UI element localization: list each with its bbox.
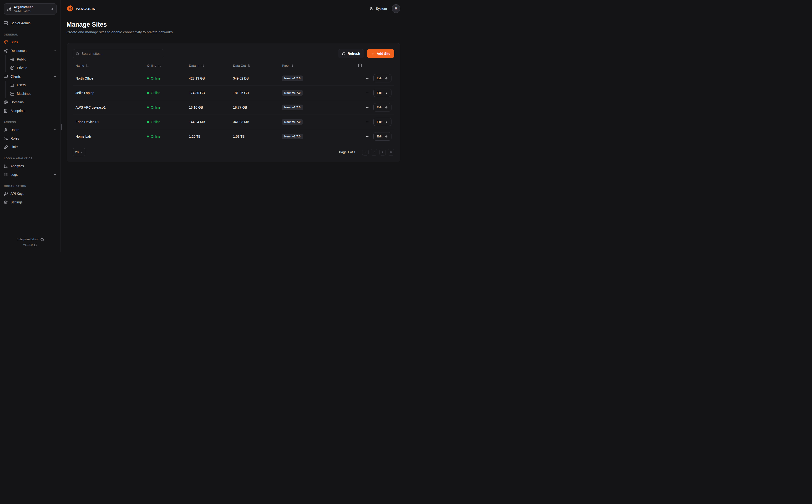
sidebar-item-resources[interactable]: Resources <box>4 46 57 55</box>
sidebar-item-domains[interactable]: Domains <box>4 98 57 106</box>
sidebar-item-label: Private <box>17 66 27 70</box>
sidebar-item-private[interactable]: Private <box>10 64 57 72</box>
page-header: Manage Sites Create and manage sites to … <box>61 17 406 34</box>
brand-logo[interactable]: PANGOLIN <box>66 5 96 12</box>
sidebar: Organization ACME Corp. Server Admin GEN… <box>0 0 61 252</box>
data-in-value: 1.20 TB <box>186 129 230 144</box>
section-access: ACCESS <box>4 119 57 126</box>
theme-toggle[interactable]: System <box>370 7 387 10</box>
table-row: North Office Online 423.13 GB 349.62 DB … <box>73 71 394 86</box>
edit-label: Edit <box>377 76 382 80</box>
chevron-down-icon <box>53 128 57 131</box>
sidebar-item-logs[interactable]: Logs <box>4 170 57 179</box>
sidebar-item-users[interactable]: Users <box>4 126 57 134</box>
data-out-value: 1.53 TB <box>230 129 279 144</box>
row-menu-button[interactable] <box>366 106 370 109</box>
next-page-button[interactable] <box>379 149 386 156</box>
type-badge: Newt v1.7.0 <box>282 119 303 125</box>
sidebar-item-public[interactable]: Public <box>10 55 57 64</box>
sidebar-item-analytics[interactable]: Analytics <box>4 162 57 170</box>
search-box <box>73 49 164 58</box>
github-icon[interactable] <box>41 238 44 241</box>
sidebar-item-machines[interactable]: Machines <box>10 89 57 98</box>
refresh-button[interactable]: Refresh <box>338 49 364 58</box>
online-dot-icon <box>147 92 149 94</box>
row-menu-button[interactable] <box>366 91 370 95</box>
resources-subgroup: Public Private <box>5 55 57 72</box>
sidebar-item-client-users[interactable]: Users <box>10 81 57 89</box>
edit-button[interactable]: Edit <box>373 74 391 82</box>
org-switcher[interactable]: Organization ACME Corp. <box>4 3 57 15</box>
search-input[interactable] <box>81 52 161 55</box>
sidebar-item-label: Roles <box>10 136 19 140</box>
status-badge: Online <box>147 135 183 138</box>
sidebar-item-blueprints[interactable]: Blueprints <box>4 106 57 115</box>
theme-label: System <box>376 7 387 10</box>
column-label: Data In <box>189 64 199 67</box>
site-name: Jeff's Laptop <box>73 86 144 100</box>
row-menu-button[interactable] <box>366 76 370 80</box>
column-label: Type <box>282 64 289 67</box>
sidebar-item-settings[interactable]: Settings <box>4 198 57 207</box>
column-header-online[interactable]: Online <box>147 64 183 67</box>
data-out-value: 341.93 MB <box>230 115 279 129</box>
pagination: Page 1 of 1 <box>339 149 394 156</box>
site-name: Edge Device 01 <box>73 115 144 129</box>
type-badge: Newt v1.7.0 <box>282 105 303 110</box>
page-size-select[interactable]: 20 <box>73 148 85 156</box>
table-header-row: Name Online Data In Data Out Type <box>73 60 394 71</box>
first-page-button[interactable] <box>362 149 369 156</box>
section-general: GENERAL <box>4 31 57 38</box>
data-in-value: 174.30 GB <box>186 86 230 100</box>
avatar-initial: M <box>395 7 397 10</box>
column-header-name[interactable]: Name <box>76 64 141 67</box>
online-dot-icon <box>147 121 149 123</box>
site-name: Home Lab <box>73 129 144 144</box>
sidebar-item-clients[interactable]: Clients <box>4 72 57 81</box>
prev-page-button[interactable] <box>371 149 377 156</box>
edit-button[interactable]: Edit <box>373 132 391 141</box>
column-header-data-out[interactable]: Data Out <box>233 64 276 67</box>
sidebar-item-label: Server Admin <box>10 21 30 25</box>
status-label: Online <box>151 106 160 109</box>
column-label: Online <box>147 64 156 67</box>
edit-button[interactable]: Edit <box>373 103 391 111</box>
sidebar-item-sites[interactable]: Sites <box>4 38 57 46</box>
last-page-button[interactable] <box>388 149 394 156</box>
row-menu-button[interactable] <box>366 135 370 138</box>
sidebar-item-label: API Keys <box>10 192 24 196</box>
site-name: North Office <box>73 71 144 86</box>
arrow-right-icon <box>385 135 388 138</box>
edit-button[interactable]: Edit <box>373 118 391 126</box>
link-icon <box>4 145 8 149</box>
add-site-button[interactable]: Add Site <box>367 49 394 58</box>
online-dot-icon <box>147 77 149 79</box>
data-out-value: 18.77 GB <box>230 100 279 115</box>
sidebar-item-roles[interactable]: Roles <box>4 134 57 143</box>
chevron-up-icon <box>53 49 57 52</box>
sidebar-item-server-admin[interactable]: Server Admin <box>4 19 57 27</box>
add-site-label: Add Site <box>377 52 390 55</box>
edit-label: Edit <box>377 135 382 138</box>
sidebar-item-api-keys[interactable]: API Keys <box>4 189 57 198</box>
chevrons-up-down-icon <box>50 7 54 11</box>
external-link-icon[interactable] <box>34 243 37 247</box>
status-label: Online <box>151 135 160 138</box>
edit-button[interactable]: Edit <box>373 89 391 97</box>
column-visibility-button[interactable] <box>358 63 362 67</box>
online-dot-icon <box>147 106 149 108</box>
column-header-type[interactable]: Type <box>282 64 352 67</box>
sidebar-item-label: Machines <box>17 92 31 96</box>
sidebar-item-links[interactable]: Links <box>4 143 57 151</box>
user-avatar[interactable]: M <box>392 4 400 13</box>
page-size-value: 20 <box>75 150 79 154</box>
page-title: Manage Sites <box>66 21 400 28</box>
refresh-icon <box>342 52 345 55</box>
users-icon <box>4 136 8 141</box>
sidebar-item-label: Clients <box>10 75 21 78</box>
column-header-data-in[interactable]: Data In <box>189 64 227 67</box>
row-menu-button[interactable] <box>366 120 370 124</box>
status-badge: Online <box>147 76 183 80</box>
sites-card: Refresh Add Site Name Online Data In Dat… <box>67 43 400 162</box>
monitor-up-icon <box>4 75 8 79</box>
